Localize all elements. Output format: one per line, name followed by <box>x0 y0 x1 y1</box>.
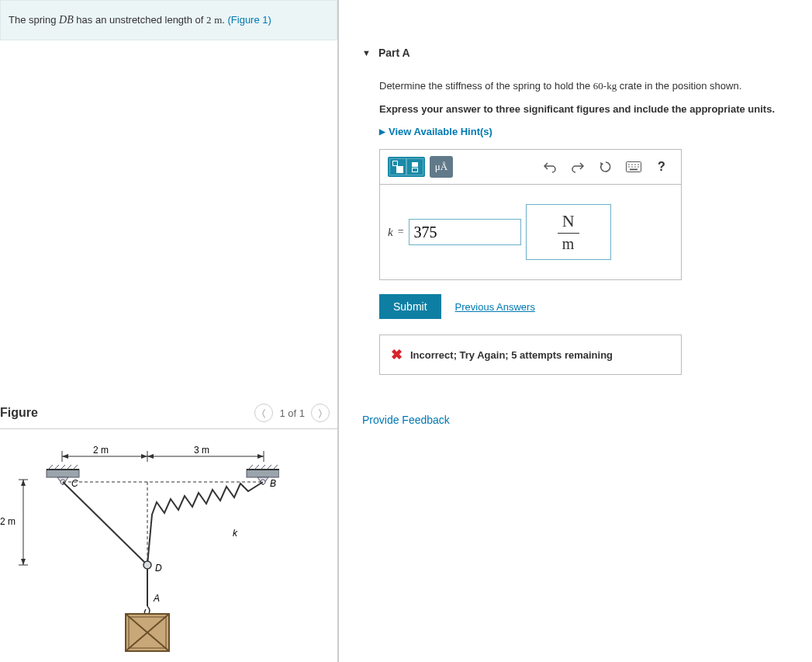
label-d: D <box>155 563 162 574</box>
submit-button[interactable]: Submit <box>379 294 441 319</box>
answer-unit-box[interactable]: N m <box>526 204 611 260</box>
problem-text-pre: The spring <box>9 14 59 26</box>
redo-button[interactable] <box>566 156 589 178</box>
undo-icon <box>544 161 556 173</box>
keyboard-button[interactable] <box>622 156 645 178</box>
svg-point-46 <box>628 166 630 168</box>
feedback-box: ✖ Incorrect; Try Again; 5 attempts remai… <box>379 334 682 375</box>
answer-variable: k <box>388 226 393 239</box>
part-title: Part A <box>378 47 410 59</box>
answer-toolbar: μÅ ? <box>380 150 681 185</box>
svg-marker-7 <box>257 454 264 459</box>
svg-marker-4 <box>62 454 68 459</box>
figure-body: 2 m 3 m 2 m <box>0 437 337 662</box>
problem-text-mid: has an unstretched length of <box>74 14 206 26</box>
incorrect-icon: ✖ <box>391 346 403 363</box>
svg-rect-13 <box>47 470 79 477</box>
label-c: C <box>71 478 78 489</box>
reset-icon <box>599 161 612 173</box>
view-hints-link[interactable]: ▶ View Available Hint(s) <box>379 126 812 137</box>
provide-feedback-link[interactable]: Provide Feedback <box>362 414 812 426</box>
answer-value-input[interactable] <box>409 219 521 245</box>
redo-icon <box>572 161 584 173</box>
dim-left: 2 m <box>0 516 16 527</box>
svg-marker-6 <box>147 454 154 459</box>
problem-value: 2 <box>206 14 212 26</box>
previous-answers-link[interactable]: Previous Answers <box>455 301 535 313</box>
figure-header: Figure 〈 1 of 1 〉 <box>0 404 337 429</box>
dim-top-right: 3 m <box>194 445 209 456</box>
svg-marker-12 <box>21 559 26 565</box>
undo-button[interactable] <box>538 156 561 178</box>
figure-diagram: 2 m 3 m 2 m <box>0 437 279 654</box>
figure-title: Figure <box>0 406 38 420</box>
part-instructions: Express your answer to three significant… <box>379 102 812 117</box>
unit-denominator: m <box>558 234 579 253</box>
problem-text-post: . <box>222 14 227 26</box>
right-column: ▼ Part A Determine the stiffness of the … <box>339 0 812 662</box>
svg-point-49 <box>638 166 639 168</box>
svg-point-45 <box>638 164 639 165</box>
keyboard-icon <box>626 161 641 172</box>
chevron-right-icon: ▶ <box>379 127 385 136</box>
svg-rect-50 <box>630 169 638 171</box>
svg-point-47 <box>631 166 633 168</box>
svg-point-34 <box>143 561 151 569</box>
figure-prev-button[interactable]: 〈 <box>254 404 273 422</box>
submit-row: Submit Previous Answers <box>379 294 812 319</box>
label-b: B <box>270 478 276 489</box>
unit-numerator: N <box>558 211 579 234</box>
templates-button[interactable] <box>388 157 425 177</box>
problem-variable: DB <box>59 14 74 26</box>
answer-input-row: k = N m <box>380 185 681 279</box>
problem-unit: m <box>214 14 222 26</box>
figure-next-button[interactable]: 〉 <box>311 404 330 422</box>
dim-top-left: 2 m <box>93 445 109 456</box>
svg-point-43 <box>631 164 633 165</box>
svg-line-33 <box>63 482 147 565</box>
label-a: A <box>153 593 160 604</box>
svg-marker-5 <box>141 454 147 459</box>
svg-rect-22 <box>247 470 279 477</box>
equals-sign: = <box>398 226 404 238</box>
figure-reference-link[interactable]: (Figure 1) <box>228 14 271 26</box>
svg-point-42 <box>628 164 630 165</box>
svg-point-48 <box>634 166 636 168</box>
problem-statement: The spring DB has an unstretched length … <box>0 0 337 40</box>
part-header[interactable]: ▼ Part A <box>362 47 812 59</box>
figure-pager-text: 1 of 1 <box>279 407 305 419</box>
units-button[interactable]: μÅ <box>430 156 453 178</box>
figure-section: Figure 〈 1 of 1 〉 2 <box>0 404 337 662</box>
help-button[interactable]: ? <box>650 156 673 178</box>
svg-marker-11 <box>21 480 26 486</box>
svg-point-44 <box>634 164 636 165</box>
answer-box: μÅ ? k <box>379 149 682 280</box>
feedback-text: Incorrect; Try Again; 5 attempts remaini… <box>410 349 613 361</box>
collapse-icon: ▼ <box>362 48 371 57</box>
figure-pager: 〈 1 of 1 〉 <box>254 404 330 422</box>
label-k: k <box>233 528 238 539</box>
part-prompt: Determine the stiffness of the spring to… <box>379 78 812 94</box>
left-column: The spring DB has an unstretched length … <box>0 0 339 662</box>
reset-button[interactable] <box>594 156 617 178</box>
